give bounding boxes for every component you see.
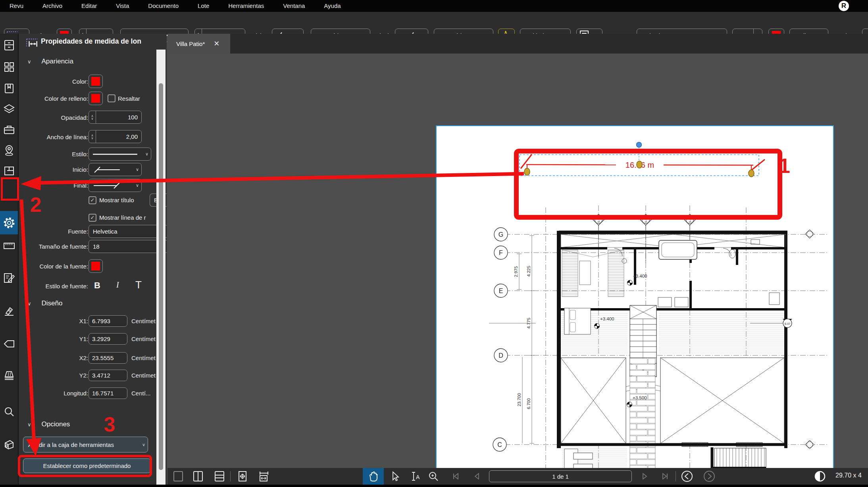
x2-value: 23.5555 bbox=[92, 355, 114, 361]
select-text-button[interactable]: A bbox=[408, 468, 421, 485]
longitud-field[interactable]: 16.7571 bbox=[89, 387, 127, 399]
close-icon[interactable]: ✕ bbox=[214, 39, 219, 48]
slash-end-cap-icon bbox=[92, 182, 124, 190]
split-horizontal-button[interactable] bbox=[214, 468, 225, 485]
file-cabinet-icon bbox=[4, 40, 14, 51]
mostrar-linea-checkbox[interactable]: ✓ bbox=[89, 214, 96, 222]
menu-vista[interactable]: Vista bbox=[106, 0, 139, 12]
house-3d-icon bbox=[4, 439, 15, 450]
x2-field[interactable]: 23.5555 bbox=[89, 352, 127, 364]
start-cap-select[interactable]: ∨ bbox=[89, 163, 142, 176]
line-width-field[interactable]: ∧∨ 2,00 bbox=[89, 130, 142, 143]
add-toolbox-select[interactable]: Añadir a la caja de herramientas ∨ bbox=[23, 437, 148, 452]
fill-color-swatch-button[interactable] bbox=[89, 92, 103, 105]
next-view-button[interactable] bbox=[702, 468, 716, 485]
annotation-number-2: 2 bbox=[30, 193, 42, 217]
svg-text:2.975: 2.975 bbox=[514, 266, 518, 277]
last-page-button[interactable] bbox=[660, 468, 670, 485]
previous-view-button[interactable] bbox=[680, 468, 694, 485]
single-pane-button[interactable] bbox=[172, 468, 184, 485]
section-diseno[interactable]: ∨Diseño bbox=[27, 299, 62, 307]
font-size-field[interactable]: 18 bbox=[89, 240, 167, 253]
revu-application-window: Revu Archivo Editar Vista Documento Lote… bbox=[0, 0, 868, 487]
sidebar-item-file-access[interactable] bbox=[0, 36, 18, 54]
menu-revu[interactable]: Revu bbox=[0, 0, 33, 12]
section-label: Opciones bbox=[42, 420, 70, 428]
sidebar-item-studio[interactable] bbox=[0, 436, 18, 453]
fit-page-button[interactable] bbox=[236, 468, 249, 485]
font-size-value: 18 bbox=[93, 243, 100, 250]
length-measure-icon bbox=[26, 38, 38, 50]
fit-width-button[interactable] bbox=[257, 468, 271, 485]
y1-label: Y1: bbox=[23, 336, 88, 342]
sidebar-item-measurements[interactable] bbox=[0, 237, 18, 255]
menu-documento[interactable]: Documento bbox=[139, 0, 188, 12]
sidebar-item-search[interactable] bbox=[0, 403, 18, 420]
longitud-label: Longitud: bbox=[23, 390, 88, 397]
longitud-unit: Centí... bbox=[131, 390, 150, 397]
sidebar-item-properties[interactable] bbox=[0, 214, 18, 232]
style-label: Estilo: bbox=[23, 151, 88, 157]
revu-logo-icon: R bbox=[839, 1, 849, 11]
tab-villa-patio[interactable]: Villa Patio* ✕ bbox=[167, 34, 230, 54]
stepper-arrows-icon[interactable]: ∧∨ bbox=[89, 130, 96, 143]
select-tool-button[interactable] bbox=[390, 468, 402, 485]
red-color-swatch bbox=[91, 94, 100, 103]
resaltar-checkbox[interactable] bbox=[108, 94, 115, 102]
sidebar-item-bookmarks[interactable] bbox=[0, 80, 18, 97]
pan-tool-button-active[interactable] bbox=[363, 468, 384, 485]
line-style-select[interactable]: ∨ bbox=[89, 148, 151, 161]
section-apariencia[interactable]: ∨Apariencia bbox=[27, 58, 73, 65]
stepper-arrows-icon[interactable]: ∧∨ bbox=[89, 111, 96, 123]
sidebar-item-flags[interactable] bbox=[0, 335, 18, 353]
end-cap-select[interactable]: ∨ bbox=[89, 179, 142, 192]
document-canvas[interactable]: G F E D C S-03 S-02 bbox=[167, 54, 868, 468]
sidebar-item-markups-list[interactable] bbox=[0, 269, 18, 287]
first-page-button[interactable] bbox=[451, 468, 461, 485]
document-pencil-icon bbox=[4, 273, 15, 283]
opacity-field[interactable]: ∧∨ 100 bbox=[89, 111, 142, 124]
mostrar-linea-label: Mostrar línea de r bbox=[99, 214, 146, 221]
svg-text:6.700: 6.700 bbox=[526, 398, 531, 409]
y2-field[interactable]: 3.4712 bbox=[89, 370, 127, 381]
zoom-tool-button[interactable] bbox=[427, 468, 440, 485]
section-opciones[interactable]: ∨Opciones bbox=[27, 420, 70, 428]
italic-button[interactable]: I bbox=[116, 280, 119, 290]
bold-button[interactable]: B bbox=[94, 280, 100, 291]
sidebar-item-layers[interactable] bbox=[0, 100, 18, 118]
color-swatch-button[interactable] bbox=[89, 75, 103, 88]
font-color-swatch-button[interactable] bbox=[89, 259, 103, 273]
grid-icon bbox=[4, 62, 14, 72]
svg-text:D: D bbox=[498, 352, 503, 359]
start-cap-label: Inicio: bbox=[23, 166, 88, 173]
y1-field[interactable]: 3.2929 bbox=[89, 333, 127, 345]
sidebar-item-places[interactable] bbox=[0, 142, 18, 159]
previous-page-button[interactable] bbox=[472, 468, 481, 485]
menu-lote[interactable]: Lote bbox=[188, 0, 219, 12]
dark-mode-toggle[interactable] bbox=[813, 468, 827, 485]
split-vertical-button[interactable] bbox=[192, 468, 204, 485]
sidebar-item-design[interactable] bbox=[0, 303, 18, 320]
status-toolbar: A 1 de 1 29.70 x 4 bbox=[167, 468, 868, 485]
layers-icon bbox=[4, 104, 15, 114]
menu-archivo[interactable]: Archivo bbox=[33, 0, 72, 12]
rotate-handle[interactable] bbox=[637, 142, 642, 148]
strike-button[interactable]: T bbox=[135, 279, 142, 291]
sidebar-item-sets[interactable] bbox=[0, 367, 18, 384]
panel-scrollbar[interactable] bbox=[156, 50, 166, 485]
panel-scrollbar-thumb[interactable] bbox=[159, 83, 163, 470]
menu-ayuda[interactable]: Ayuda bbox=[314, 0, 350, 12]
menu-herramientas[interactable]: Herramientas bbox=[219, 0, 273, 12]
menu-editar[interactable]: Editar bbox=[72, 0, 106, 12]
map-pin-icon bbox=[4, 145, 14, 156]
toolbox-icon bbox=[4, 125, 15, 134]
sidebar-item-thumbnails[interactable] bbox=[0, 58, 18, 76]
sidebar-item-tool-chest[interactable] bbox=[0, 121, 18, 138]
x1-field[interactable]: 6.7993 bbox=[89, 315, 127, 327]
font-field[interactable]: Helvetica bbox=[89, 225, 167, 238]
next-page-button[interactable] bbox=[641, 468, 649, 485]
menu-ventana[interactable]: Ventana bbox=[273, 0, 314, 12]
mostrar-titulo-checkbox[interactable]: ✓ bbox=[89, 196, 96, 204]
page-number-field[interactable]: 1 de 1 bbox=[489, 470, 632, 482]
red-color-swatch bbox=[91, 77, 100, 86]
